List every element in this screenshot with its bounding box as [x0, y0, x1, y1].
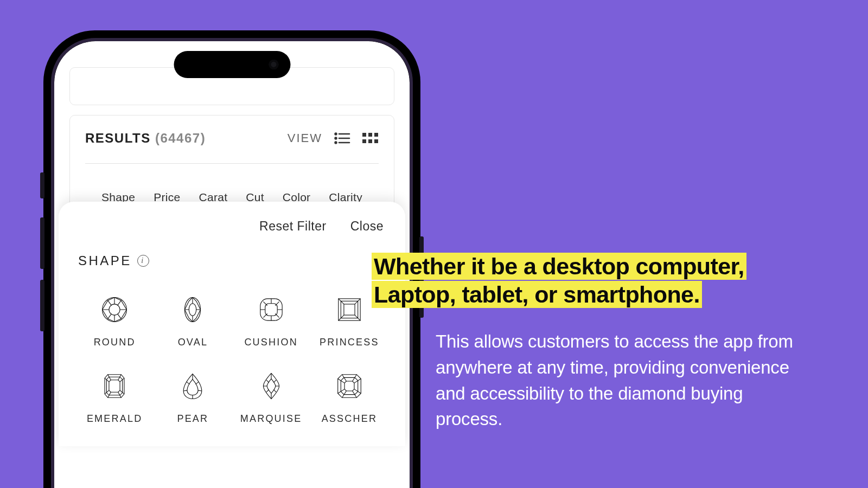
svg-rect-8: [374, 133, 378, 137]
svg-point-0: [335, 133, 337, 135]
princess-icon: [334, 294, 365, 325]
shape-label: EMERALD: [87, 413, 142, 425]
asscher-icon: [334, 371, 365, 401]
shape-round[interactable]: ROUND: [78, 294, 151, 348]
shape-label: PRINCESS: [320, 337, 379, 348]
shape-label: MARQUISE: [240, 413, 302, 425]
svg-rect-9: [362, 139, 366, 143]
shape-marquise[interactable]: MARQUISE: [235, 371, 308, 425]
reset-filter-button[interactable]: Reset Filter: [259, 219, 327, 234]
close-button[interactable]: Close: [350, 219, 384, 234]
shape-filter-sheet: Reset Filter Close SHAPE i: [59, 202, 405, 446]
svg-point-4: [335, 142, 337, 144]
shape-label: OVAL: [178, 337, 208, 348]
list-view-icon[interactable]: [334, 132, 350, 145]
svg-rect-7: [368, 133, 372, 137]
grid-view-icon[interactable]: [362, 132, 379, 145]
round-icon: [99, 294, 130, 325]
results-label: RESULTS: [85, 131, 151, 145]
pear-icon: [177, 371, 208, 401]
svg-point-15: [189, 304, 196, 316]
shape-pear[interactable]: PEAR: [156, 371, 229, 425]
phone-notch: [174, 51, 290, 78]
shape-cushion[interactable]: CUSHION: [235, 294, 308, 348]
body-text: This allows customers to access the app …: [436, 329, 805, 432]
shape-grid: ROUND OVAL: [78, 294, 386, 425]
sheet-title-row: SHAPE i: [78, 253, 386, 268]
phone-side-button: [40, 172, 44, 198]
app-root: RESULTS (64467) VIEW: [54, 41, 410, 488]
svg-point-13: [109, 304, 120, 315]
sheet-title: SHAPE: [78, 253, 132, 268]
results-title: RESULTS (64467): [85, 131, 206, 146]
shape-label: CUSHION: [244, 337, 297, 348]
marketing-copy: Whether it be a desktop computer, Laptop…: [372, 252, 833, 432]
phone-screen: RESULTS (64467) VIEW: [54, 41, 410, 488]
shape-label: ROUND: [94, 337, 136, 348]
info-icon[interactable]: i: [137, 255, 149, 267]
svg-rect-6: [362, 133, 366, 137]
headline-line-2: Laptop, tablet, or smartphone.: [372, 281, 702, 308]
emerald-icon: [99, 371, 130, 401]
shape-label: ASSCHER: [322, 413, 377, 425]
svg-rect-11: [374, 139, 378, 143]
phone-side-button: [40, 217, 44, 269]
shape-label: PEAR: [177, 413, 208, 425]
oval-icon: [177, 294, 208, 325]
svg-rect-10: [368, 139, 372, 143]
shape-oval[interactable]: OVAL: [156, 294, 229, 348]
svg-point-2: [335, 138, 337, 139]
svg-rect-20: [344, 304, 355, 315]
results-count: (64467): [155, 131, 206, 145]
phone-side-button: [40, 280, 44, 331]
shape-emerald[interactable]: EMERALD: [78, 371, 151, 425]
cushion-icon: [256, 294, 286, 325]
headline-line-1: Whether it be a desktop computer,: [372, 253, 746, 280]
marquise-icon: [256, 371, 286, 401]
view-label: VIEW: [288, 131, 322, 145]
phone-frame: RESULTS (64467) VIEW: [43, 30, 420, 488]
headline: Whether it be a desktop computer, Laptop…: [372, 252, 833, 309]
